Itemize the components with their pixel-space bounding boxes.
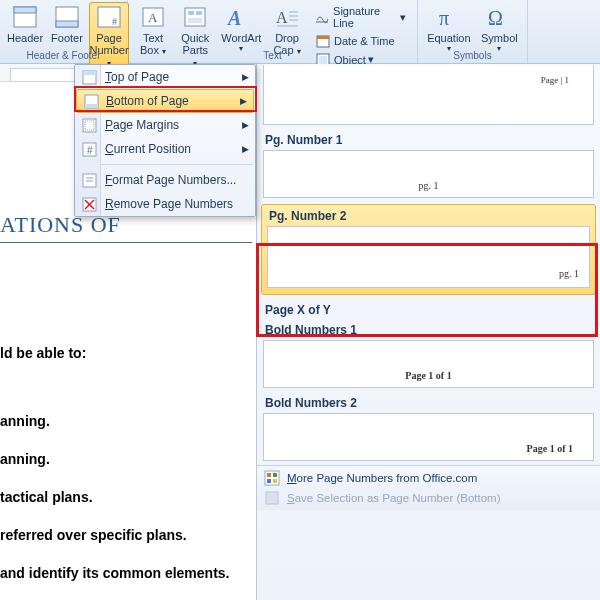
date-time-icon — [315, 33, 330, 48]
doc-line: tactical plans. — [0, 489, 252, 505]
wordart-label: WordArt — [221, 32, 261, 44]
header-button[interactable]: Header — [5, 2, 45, 46]
text-box-icon: A — [139, 4, 167, 30]
doc-line: ld be able to: — [0, 345, 252, 361]
preview-label: Page 1 of 1 — [527, 443, 573, 454]
page-number-gallery: Page | 1 Pg. Number 1 pg. 1 Pg. Number 2… — [256, 64, 600, 600]
svg-rect-43 — [273, 479, 277, 483]
gallery-item-pg-number-2[interactable]: Pg. Number 2 pg. 1 — [261, 204, 596, 295]
page-number-icon: # — [95, 4, 123, 30]
svg-text:A: A — [276, 9, 288, 26]
symbol-icon: Ω — [485, 4, 513, 30]
svg-rect-26 — [83, 71, 96, 75]
save-icon — [264, 490, 280, 506]
drop-cap-icon: A — [273, 4, 301, 30]
svg-rect-42 — [267, 479, 271, 483]
equation-label: Equation — [427, 32, 470, 44]
svg-rect-41 — [273, 473, 277, 477]
current-position-icon: # — [81, 141, 97, 157]
svg-text:A: A — [148, 10, 158, 25]
signature-icon — [315, 10, 329, 25]
date-time-button[interactable]: Date & Time — [311, 31, 410, 50]
svg-rect-11 — [188, 18, 202, 23]
header-icon — [11, 4, 39, 30]
svg-rect-44 — [266, 492, 278, 504]
svg-rect-8 — [185, 8, 205, 26]
svg-text:#: # — [112, 16, 117, 27]
office-icon — [264, 470, 280, 486]
preview-page-tag: Page | 1 — [541, 75, 569, 85]
equation-button[interactable]: π Equation ▾ — [423, 2, 475, 55]
top-of-page-icon — [81, 69, 97, 85]
group-label-symbols: Symbols — [418, 49, 527, 62]
doc-line: and identify its common elements. — [0, 565, 252, 581]
menu-bottom-of-page[interactable]: Bottom of Page ▶ — [76, 89, 254, 113]
chevron-right-icon: ▶ — [242, 144, 249, 154]
gallery-title: Bold Numbers 1 — [263, 319, 594, 339]
doc-line: anning. — [0, 451, 252, 467]
quick-parts-icon — [181, 4, 209, 30]
signature-line-button[interactable]: Signature Line ▾ — [311, 3, 410, 31]
svg-rect-1 — [14, 7, 36, 13]
group-label-header-footer: Header & Footer — [0, 49, 127, 62]
group-label-text: Text — [128, 49, 417, 62]
equation-icon: π — [435, 4, 463, 30]
svg-text:#: # — [87, 145, 93, 156]
svg-rect-40 — [267, 473, 271, 477]
chevron-right-icon: ▶ — [242, 72, 249, 82]
gallery-title: Pg. Number 1 — [263, 129, 594, 149]
gallery-item-pg-number-1[interactable]: Pg. Number 1 pg. 1 — [257, 129, 600, 202]
symbol-button[interactable]: Ω Symbol ▾ — [477, 2, 522, 55]
menu-remove-page-numbers[interactable]: Remove Page Numbers — [75, 192, 255, 216]
header-label: Header — [7, 32, 43, 44]
menu-format-page-numbers[interactable]: Format Page Numbers... — [75, 168, 255, 192]
wordart-button[interactable]: A WordArt ▾ — [218, 2, 265, 55]
svg-text:A: A — [227, 7, 241, 29]
svg-rect-28 — [85, 104, 98, 108]
chevron-right-icon: ▶ — [242, 120, 249, 130]
bottom-of-page-icon — [83, 93, 99, 109]
gallery-section-page-x-of-y: Page X of Y — [257, 297, 600, 319]
doc-line: referred over specific plans. — [0, 527, 252, 543]
svg-rect-10 — [196, 11, 202, 15]
gallery-title: Pg. Number 2 — [267, 205, 590, 225]
gallery-item-bold-2[interactable]: Bold Numbers 2 Page 1 of 1 — [257, 392, 600, 465]
page-number-submenu: Top of Page ▶ Bottom of Page ▶ Page Marg… — [74, 64, 256, 217]
page-margins-icon — [81, 117, 97, 133]
wordart-icon: A — [227, 4, 255, 30]
svg-rect-3 — [56, 21, 78, 27]
preview-label: pg. 1 — [419, 180, 439, 191]
footer-label: Footer — [51, 32, 83, 44]
svg-text:Ω: Ω — [488, 7, 503, 29]
format-numbers-icon — [81, 172, 97, 188]
menu-page-margins[interactable]: Page Margins ▶ — [75, 113, 255, 137]
ribbon: Header Footer # PageNumber ▾ Header & Fo… — [0, 0, 600, 64]
footer-button[interactable]: Footer — [47, 2, 87, 46]
gallery-title: Bold Numbers 2 — [263, 392, 594, 412]
menu-top-of-page[interactable]: Top of Page ▶ — [75, 65, 255, 89]
symbol-label: Symbol — [481, 32, 518, 44]
preview-label: pg. 1 — [559, 268, 579, 279]
remove-numbers-icon — [81, 196, 97, 212]
save-selection-as-page-number: Save Selection as Page Number (Bottom) — [257, 488, 600, 508]
more-page-numbers[interactable]: More Page Numbers from Office.com — [257, 468, 600, 488]
gallery-item-bold-1[interactable]: Bold Numbers 1 Page 1 of 1 — [257, 319, 600, 392]
doc-line: anning. — [0, 413, 252, 429]
svg-text:π: π — [439, 7, 449, 29]
svg-rect-20 — [317, 36, 329, 39]
svg-rect-9 — [188, 11, 194, 15]
chevron-right-icon: ▶ — [240, 96, 247, 106]
menu-current-position[interactable]: # Current Position ▶ — [75, 137, 255, 161]
preview-label: Page 1 of 1 — [405, 370, 451, 381]
footer-icon — [53, 4, 81, 30]
